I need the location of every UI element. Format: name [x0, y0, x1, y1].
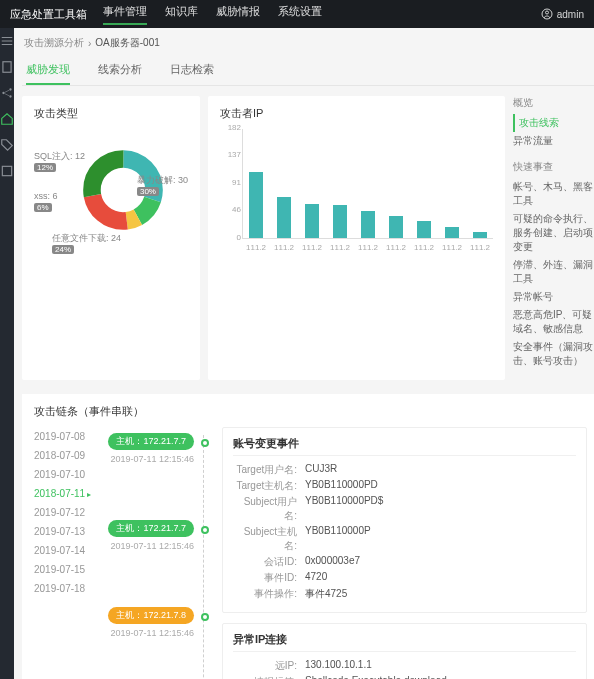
bar-7[interactable]: 111.2 [445, 227, 459, 238]
bar-chart: 04691137182111.2111.2111.2111.2111.2111.… [242, 129, 493, 239]
bar-4[interactable]: 111.2 [361, 211, 375, 238]
nav-kb[interactable]: 知识库 [165, 4, 198, 25]
menu-icon[interactable] [0, 34, 14, 48]
bc-1[interactable]: 攻击溯源分析 [24, 36, 84, 50]
tab-threat[interactable]: 威胁发现 [26, 56, 70, 85]
date-item[interactable]: 2019-07-10 [34, 465, 96, 484]
bar-1[interactable]: 111.2 [277, 197, 291, 238]
user-menu[interactable]: admin [541, 8, 584, 20]
timeline-node[interactable]: 主机：172.21.7.72019-07-11 12:15:46 [104, 520, 204, 551]
date-list: 2019-07-082018-07-092019-07-102018-07-11… [34, 427, 96, 679]
date-item[interactable]: 2019-07-18 [34, 579, 96, 598]
donut-label-3: 任意文件下载: 2424% [52, 233, 121, 255]
rn-sec1-title: 概览 [513, 96, 594, 110]
rn-attack-clue[interactable]: 攻击线索 [513, 114, 594, 132]
tab-log[interactable]: 日志检索 [170, 56, 214, 85]
attacker-ip-title: 攻击者IP [220, 106, 493, 121]
bar-0[interactable]: 111.2 [249, 172, 263, 238]
attack-type-card: 攻击类型 暴力破解: 3030% SQL注入: 1212% xss: 66% 任 [22, 96, 200, 380]
home-icon[interactable] [0, 112, 14, 126]
attacker-ip-card: 攻击者IP 04691137182111.2111.2111.2111.2111… [208, 96, 505, 380]
date-item[interactable]: 2019-07-15 [34, 560, 96, 579]
user-icon [541, 8, 553, 20]
brand: 应急处置工具箱 [10, 7, 87, 22]
timeline-node[interactable]: 主机：172.21.7.82019-07-11 12:15:46 [104, 607, 204, 638]
svg-point-1 [545, 11, 548, 14]
rn-q2[interactable]: 停滞、外连、漏洞工具 [513, 256, 594, 288]
event-card: 异常IP连接远IP:130.100.10.1.1情报标签:Shellcode,E… [222, 623, 587, 679]
share-icon[interactable] [0, 86, 14, 100]
date-item[interactable]: 2018-07-09 [34, 446, 96, 465]
attack-chain-card: 攻击链条（事件串联） 2019-07-082018-07-092019-07-1… [22, 394, 594, 679]
user-name: admin [557, 9, 584, 20]
doc-icon[interactable] [0, 60, 14, 74]
rn-q3[interactable]: 异常帐号 [513, 288, 594, 306]
rn-sec2-title: 快速事查 [513, 160, 594, 174]
top-nav: 事件管理 知识库 威胁情报 系统设置 [103, 4, 322, 25]
date-item[interactable]: 2019-07-12 [34, 503, 96, 522]
rn-q0[interactable]: 帐号、木马、黑客工具 [513, 178, 594, 210]
rn-abnormal-flow[interactable]: 异常流量 [513, 132, 594, 150]
donut-chart: 暴力破解: 3030% SQL注入: 1212% xss: 66% 任意文件下载… [34, 129, 188, 259]
bar-2[interactable]: 111.2 [305, 204, 319, 238]
svg-point-3 [2, 92, 4, 94]
subtabs: 威胁发现 线索分析 日志检索 [22, 56, 594, 86]
bar-3[interactable]: 111.2 [333, 205, 347, 238]
right-nav: 概览 攻击线索 异常流量 快速事查 帐号、木马、黑客工具 可疑的命令执行、服务创… [513, 96, 594, 380]
topbar: 应急处置工具箱 事件管理 知识库 威胁情报 系统设置 admin [0, 0, 594, 28]
bar-6[interactable]: 111.2 [417, 221, 431, 238]
date-item[interactable]: 2019-07-13 [34, 522, 96, 541]
sidebar [0, 28, 14, 679]
attack-type-title: 攻击类型 [34, 106, 188, 121]
main: 攻击溯源分析 › OA服务器-001 威胁发现 线索分析 日志检索 攻击类型 [14, 28, 594, 679]
svg-point-4 [9, 88, 11, 90]
bar-5[interactable]: 111.2 [389, 216, 403, 238]
event-list[interactable]: 账号变更事件Target用户名:CUJ3RTarget主机名:YB0B11000… [212, 427, 587, 679]
date-item[interactable]: 2018-07-11 [34, 484, 96, 503]
bc-sep: › [88, 38, 91, 49]
svg-point-5 [9, 95, 11, 97]
date-item[interactable]: 2019-07-08 [34, 427, 96, 446]
timeline-col: 主机：172.21.7.72019-07-11 12:15:46主机：172.2… [104, 427, 204, 679]
breadcrumb: 攻击溯源分析 › OA服务器-001 [22, 34, 594, 56]
event-card: 账号变更事件Target用户名:CUJ3RTarget主机名:YB0B11000… [222, 427, 587, 613]
svg-rect-6 [2, 166, 11, 175]
rn-q5[interactable]: 安全事件（漏洞攻击、账号攻击） [513, 338, 594, 370]
nav-events[interactable]: 事件管理 [103, 4, 147, 25]
timeline-node[interactable]: 主机：172.21.7.72019-07-11 12:15:46 [104, 433, 204, 464]
bar-8[interactable]: 111.2 [473, 232, 487, 238]
nav-threat[interactable]: 威胁情报 [216, 4, 260, 25]
donut-label-1: SQL注入: 1212% [34, 151, 85, 173]
rn-q4[interactable]: 恶意高危IP、可疑域名、敏感信息 [513, 306, 594, 338]
tab-clue[interactable]: 线索分析 [98, 56, 142, 85]
donut-label-2: xss: 66% [34, 191, 58, 213]
donut-label-0: 暴力破解: 3030% [137, 175, 188, 197]
chain-title: 攻击链条（事件串联） [34, 404, 587, 419]
bc-2: OA服务器-001 [95, 36, 159, 50]
nav-settings[interactable]: 系统设置 [278, 4, 322, 25]
list-icon[interactable] [0, 164, 14, 178]
date-item[interactable]: 2019-07-14 [34, 541, 96, 560]
rn-q1[interactable]: 可疑的命令执行、服务创建、启动项变更 [513, 210, 594, 256]
svg-rect-2 [3, 62, 11, 73]
tag-icon[interactable] [0, 138, 14, 152]
